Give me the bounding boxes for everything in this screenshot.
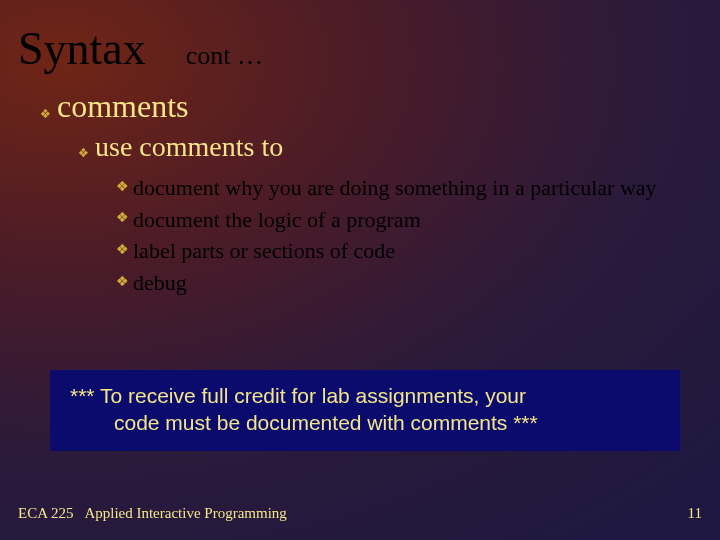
bullet-level3-item: ❖ label parts or sections of code xyxy=(116,236,702,266)
slide-title: Syntax xyxy=(18,22,146,75)
diamond-bullet-icon: ❖ xyxy=(78,146,89,161)
callout-line1: *** To receive full credit for lab assig… xyxy=(70,382,660,409)
diamond-bullet-icon: ❖ xyxy=(116,240,129,270)
slide-footer: ECA 225 Applied Interactive Programming … xyxy=(18,505,702,522)
slide-content: ❖ comments ❖ use comments to ❖ document … xyxy=(18,88,702,300)
bullet-level3-item: ❖ document the logic of a program xyxy=(116,205,702,235)
title-row: Syntax cont … xyxy=(18,22,702,75)
bullet-level1: ❖ comments xyxy=(40,88,702,125)
bullet-level3-group: ❖ document why you are doing something i… xyxy=(116,173,702,298)
bullet-level2: ❖ use comments to xyxy=(78,131,702,163)
callout-box: *** To receive full credit for lab assig… xyxy=(50,370,680,451)
bullet-level3-item: ❖ document why you are doing something i… xyxy=(116,173,702,203)
bullet-level2-text: use comments to xyxy=(95,131,283,163)
bullet-level3-text: document why you are doing something in … xyxy=(133,173,702,203)
diamond-bullet-icon: ❖ xyxy=(116,177,129,207)
diamond-bullet-icon: ❖ xyxy=(116,272,129,302)
course-code: ECA 225 xyxy=(18,505,73,521)
bullet-level3-text: debug xyxy=(133,268,702,298)
bullet-level3-item: ❖ debug xyxy=(116,268,702,298)
bullet-level3-text: label parts or sections of code xyxy=(133,236,702,266)
bullet-level3-text: document the logic of a program xyxy=(133,205,702,235)
diamond-bullet-icon: ❖ xyxy=(40,107,51,122)
callout-line2: code must be documented with comments **… xyxy=(70,409,660,436)
page-number: 11 xyxy=(688,505,702,522)
course-name: Applied Interactive Programming xyxy=(84,505,286,521)
diamond-bullet-icon: ❖ xyxy=(116,208,129,238)
bullet-level1-text: comments xyxy=(57,88,189,125)
footer-left: ECA 225 Applied Interactive Programming xyxy=(18,505,287,522)
slide-continuation: cont … xyxy=(186,41,263,71)
